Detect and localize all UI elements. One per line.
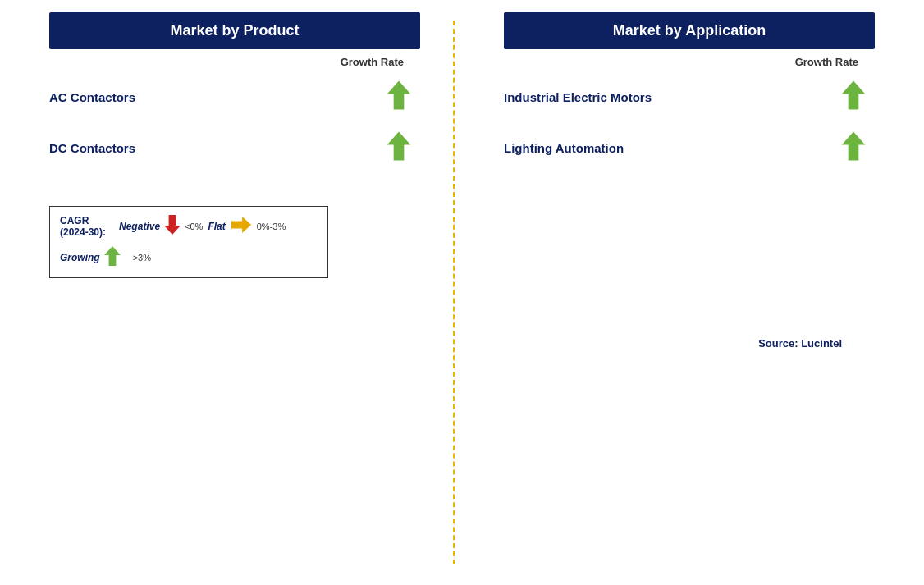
legend-negative: Negative <0% xyxy=(119,213,203,240)
legend-box: CAGR (2024-30): Negative <0% Flat xyxy=(49,206,328,278)
legend-growing: Growing >3% xyxy=(60,245,151,271)
lighting-automation-label: Lighting Automation xyxy=(504,141,624,155)
svg-marker-0 xyxy=(387,81,411,110)
left-growth-rate-row: Growth Rate xyxy=(49,56,420,68)
right-growth-rate-label: Growth Rate xyxy=(795,56,858,68)
legend-flat-range: 0%-3% xyxy=(257,222,286,231)
vertical-divider xyxy=(453,21,455,564)
legend-cagr-label: CAGR xyxy=(60,215,106,226)
industrial-motors-label: Industrial Electric Motors xyxy=(504,90,652,104)
legend-negative-range: <0% xyxy=(185,222,203,231)
application-row-lighting: Lighting Automation xyxy=(504,122,875,173)
application-row-motors: Industrial Electric Motors xyxy=(504,71,875,122)
left-panel-header: Market by Product xyxy=(49,12,420,49)
flat-arrow-right-icon xyxy=(229,216,254,237)
left-growth-rate-label: Growth Rate xyxy=(341,56,404,68)
svg-marker-3 xyxy=(231,217,251,233)
ac-contactors-label: AC Contactors xyxy=(49,90,135,104)
legend-growing-range: >3% xyxy=(133,253,151,263)
legend-growing-label: Growing xyxy=(60,252,100,263)
svg-marker-6 xyxy=(842,132,866,161)
svg-marker-1 xyxy=(387,132,411,161)
svg-marker-5 xyxy=(842,81,866,110)
product-row-ac: AC Contactors xyxy=(49,71,420,122)
legend-flat-label: Flat xyxy=(208,221,225,232)
source-text: Source: Lucintel xyxy=(504,337,875,350)
legend-cagr-year: (2024-30): xyxy=(60,226,106,238)
svg-marker-4 xyxy=(104,246,121,266)
lighting-automation-arrow-up-icon xyxy=(840,130,867,165)
product-row-dc: DC Contactors xyxy=(49,122,420,173)
legend-flat: Flat 0%-3% xyxy=(208,216,286,237)
ac-contactors-arrow-up-icon xyxy=(386,80,412,114)
right-panel-header: Market by Application xyxy=(504,12,875,49)
dc-contactors-label: DC Contactors xyxy=(49,141,135,155)
negative-arrow-down-icon xyxy=(163,213,181,240)
legend-negative-label: Negative xyxy=(119,221,160,232)
right-panel: Market by Application Growth Rate Indust… xyxy=(471,12,875,573)
right-growth-rate-row: Growth Rate xyxy=(504,56,875,68)
industrial-motors-arrow-up-icon xyxy=(840,80,867,114)
growing-arrow-up-icon xyxy=(103,245,121,271)
left-panel: Market by Product Growth Rate AC Contact… xyxy=(49,12,437,573)
svg-marker-2 xyxy=(164,215,181,235)
dc-contactors-arrow-up-icon xyxy=(386,130,412,165)
